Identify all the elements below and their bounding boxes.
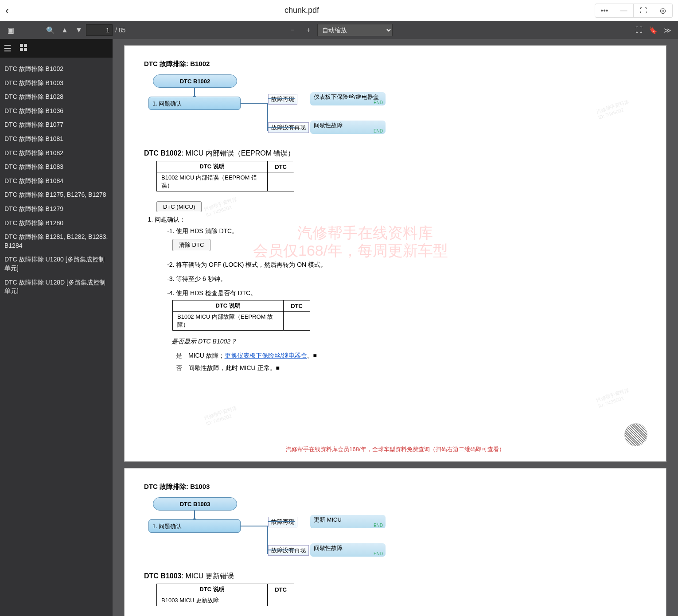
sidebar-item[interactable]: DTC 故障排除 B1082	[0, 146, 113, 160]
flow-label: 故障没有再现	[268, 545, 309, 556]
answer-no: 否 间歇性故障，此时 MICU 正常。■	[176, 364, 647, 372]
thumbnails-tab-icon[interactable]	[19, 43, 27, 53]
footer-note: 汽修帮手在线资料库会员168/年，全球车型资料免费查询（扫码右边二维码即可查看）	[125, 445, 666, 453]
flow-step-node: 1. 问题确认	[148, 519, 241, 533]
pdf-toolbar: ▣ 🔍 ▲ ▼ / 85 − + 自动缩放 ⛶ 🔖 ≫	[0, 21, 678, 39]
dtc-heading: DTC B1003: MICU 更新错误	[144, 572, 647, 581]
svg-rect-3	[24, 48, 27, 51]
flow-end-node: 更新 MICUEND	[310, 515, 386, 528]
page-total-label: / 85	[115, 27, 125, 34]
substep-item: -4. 使用 HDS 检查是否有 DTC。 DTC 说明DTC B1002 MI…	[167, 289, 647, 331]
sidebar-item[interactable]: DTC 故障排除 B1279	[0, 202, 113, 216]
presentation-button[interactable]: ⛶	[632, 23, 646, 37]
pdf-page: DTC 故障排除: B1003 DTC B1003 ▼ 1. 问题确认 故障再现…	[124, 468, 666, 616]
answer-yes: 是 MICU 故障；更换仪表板下保险丝/继电器盒。■	[176, 352, 647, 360]
back-button[interactable]: ‹	[5, 4, 9, 17]
dtc-table: DTC 说明DTC B1002 MICU 内部故障（EEPROM 故障）	[172, 300, 310, 331]
substep-item: -2. 将车辆转为 OFF (LOCK) 模式，然后再转为 ON 模式。	[167, 261, 647, 269]
flow-step-node: 1. 问题确认	[148, 97, 241, 110]
step-item: 问题确认： -1. 使用 HDS 清除 DTC。 清除 DTC -2. 将车辆转…	[155, 216, 647, 372]
minimize-button[interactable]: —	[614, 4, 634, 18]
dtc-heading: DTC B1002: MICU 内部错误（EEPROM 错误）	[144, 149, 647, 158]
window-title: chunk.pdf	[9, 6, 595, 15]
flow-label: 故障再现	[268, 517, 297, 527]
sidebar-item[interactable]: DTC 故障排除 U128D [多路集成控制单元]	[0, 276, 113, 298]
maximize-button[interactable]: ⛶	[634, 4, 653, 18]
page-down-button[interactable]: ▼	[72, 23, 86, 37]
svg-rect-0	[20, 44, 23, 47]
section-title: DTC 故障排除: B1003	[144, 483, 647, 491]
outline-tab-icon[interactable]: ☰	[4, 43, 12, 54]
substep-item: -1. 使用 HDS 清除 DTC。 清除 DTC	[167, 227, 647, 255]
sidebar-item[interactable]: DTC 故障排除 B1077	[0, 118, 113, 132]
more-button[interactable]: •••	[595, 4, 614, 18]
svg-rect-2	[20, 48, 23, 51]
sidebar-item[interactable]: DTC 故障排除 B1281, B1282, B1283, B1284	[0, 230, 113, 253]
bookmark-icon[interactable]: 🔖	[646, 23, 660, 37]
clear-dtc-button[interactable]: 清除 DTC	[172, 239, 210, 251]
sidebar-tabs: ☰	[0, 39, 113, 58]
flow-label: 故障再现	[268, 94, 297, 105]
page-up-button[interactable]: ▲	[58, 23, 72, 37]
section-title: DTC 故障排除: B1002	[144, 60, 647, 68]
sidebar-item[interactable]: DTC 故障排除 B1083	[0, 160, 113, 174]
sidebar-item[interactable]: DTC 故障排除 B1081	[0, 132, 113, 146]
sidebar: ☰ DTC 故障排除 B1002 DTC 故障排除 B1003 DTC 故障排除…	[0, 39, 113, 616]
dtc-table: DTC 说明DTC B1002 MICU 内部错误（EEPROM 错误）	[156, 161, 294, 191]
tools-menu-button[interactable]: ≫	[660, 23, 674, 37]
zoom-select[interactable]: 自动缩放	[317, 24, 393, 36]
substep-item: -3. 等待至少 6 秒钟。	[167, 275, 647, 283]
page-number-input[interactable]	[86, 24, 113, 36]
watermark-small: 汽修帮手资料库ID: 7496002	[203, 196, 240, 218]
flow-end-node: 间歇性故障END	[310, 121, 386, 134]
flow-end-node: 间歇性故障END	[310, 543, 386, 557]
zoom-out-button[interactable]: −	[285, 23, 300, 37]
watermark-small: 汽修帮手资料库ID: 7496002	[596, 387, 632, 409]
window-bar: ‹ chunk.pdf ••• — ⛶ ◎	[0, 0, 678, 21]
replace-link[interactable]: 更换仪表板下保险丝/继电器盒	[225, 352, 307, 359]
sidebar-item[interactable]: DTC 故障排除 B1003	[0, 76, 113, 90]
sidebar-item[interactable]: DTC 故障排除 U1280 [多路集成控制单元]	[0, 253, 113, 275]
sidebar-item[interactable]: DTC 故障排除 B1036	[0, 104, 113, 118]
zoom-controls: − + 自动缩放	[285, 23, 393, 37]
target-button[interactable]: ◎	[653, 4, 673, 18]
search-icon[interactable]: 🔍	[43, 23, 58, 37]
pdf-page: DTC 故障排除: B1002 DTC B1002 ▼ 1. 问题确认 故障再现…	[124, 45, 666, 462]
sidebar-item[interactable]: DTC 故障排除 B1280	[0, 216, 113, 230]
flow-start-node: DTC B1003	[153, 497, 237, 511]
sidebar-item[interactable]: DTC 故障排除 B1275, B1276, B1278	[0, 188, 113, 202]
main-area: ☰ DTC 故障排除 B1002 DTC 故障排除 B1003 DTC 故障排除…	[0, 39, 678, 616]
question-text: 是否显示 DTC B1002？	[171, 338, 647, 346]
dtc-micu-button[interactable]: DTC (MICU)	[156, 201, 202, 212]
sidebar-item[interactable]: DTC 故障排除 B1002	[0, 62, 113, 76]
dtc-table: DTC 说明DTC B1003 MICU 更新故障	[156, 584, 294, 606]
sidebar-item[interactable]: DTC 故障排除 B1084	[0, 174, 113, 188]
pdf-viewer[interactable]: DTC 故障排除: B1002 DTC B1002 ▼ 1. 问题确认 故障再现…	[113, 39, 678, 616]
flow-start-node: DTC B1002	[153, 74, 237, 88]
zoom-in-button[interactable]: +	[301, 23, 316, 37]
outline-list: DTC 故障排除 B1002 DTC 故障排除 B1003 DTC 故障排除 B…	[0, 58, 113, 616]
flow-label: 故障没有再现	[268, 122, 309, 133]
watermark-small: 汽修帮手资料库ID: 7496002	[203, 405, 240, 426]
flowchart: DTC B1002 ▼ 1. 问题确认 故障再现 仪表板下保险丝/继电器盒END…	[144, 74, 647, 144]
flow-end-node: 仪表板下保险丝/继电器盒END	[310, 92, 386, 105]
window-controls: ••• — ⛶ ◎	[595, 4, 673, 18]
qr-code-icon	[624, 423, 647, 446]
flowchart: DTC B1003 ▼ 1. 问题确认 故障再现 更新 MICUEND 故障没有…	[144, 497, 647, 566]
sidebar-item[interactable]: DTC 故障排除 B1028	[0, 90, 113, 104]
sidebar-toggle-button[interactable]: ▣	[4, 23, 18, 37]
svg-rect-1	[24, 44, 27, 47]
